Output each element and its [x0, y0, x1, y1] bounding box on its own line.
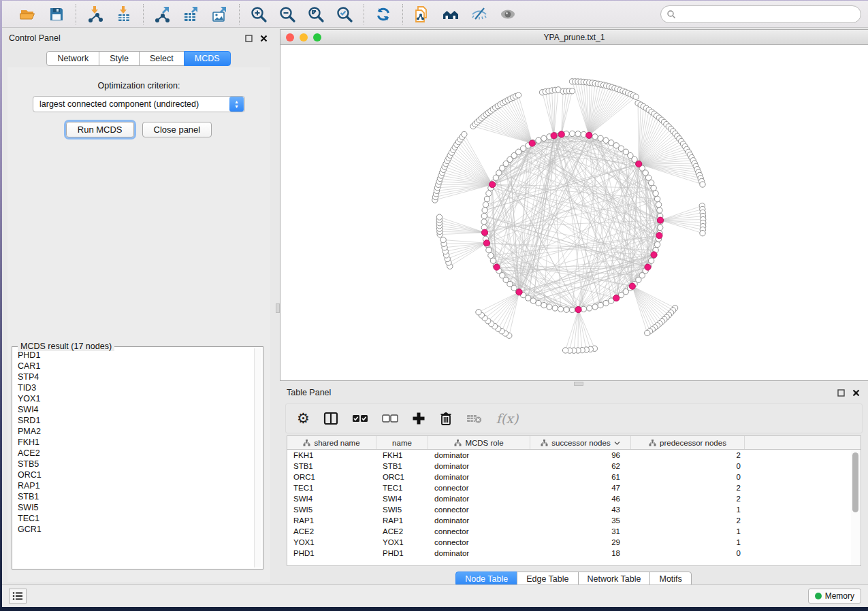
delete-column-button[interactable] [439, 408, 453, 429]
mcds-result-item[interactable]: SRD1 [14, 415, 253, 426]
mcds-result-item[interactable]: RAP1 [14, 480, 253, 491]
network-node[interactable] [575, 131, 581, 137]
column-header-name[interactable]: name [376, 436, 428, 449]
close-panel-button-bottom[interactable]: Close panel [142, 122, 212, 137]
network-node[interactable] [481, 213, 487, 218]
tab-mcds[interactable]: MCDS [184, 51, 231, 66]
network-node[interactable] [562, 348, 568, 353]
hide-selected-button[interactable] [468, 4, 490, 24]
network-node[interactable] [592, 304, 598, 310]
deselect-all-columns-button[interactable] [382, 408, 398, 429]
table-row[interactable]: TEC1TEC1connector472 [287, 482, 850, 493]
network-node[interactable] [651, 252, 657, 258]
column-view-button[interactable] [323, 408, 338, 429]
network-node[interactable] [486, 247, 492, 252]
network-node[interactable] [483, 240, 489, 246]
export-network-button[interactable] [152, 4, 174, 24]
network-node[interactable] [654, 242, 660, 247]
network-node[interactable] [536, 137, 541, 143]
mcds-result-list[interactable]: PHD1CAR1STP4TID3YOX1SWI4SRD1PMA2FKH1ACE2… [14, 350, 253, 567]
mcds-result-item[interactable]: STB5 [14, 459, 253, 469]
table-scrollbar[interactable] [851, 450, 860, 565]
network-node[interactable] [603, 300, 609, 306]
select-all-columns-button[interactable] [352, 408, 368, 429]
mcds-result-item[interactable]: YOX1 [14, 393, 253, 404]
network-node[interactable] [515, 93, 521, 98]
mcds-result-item[interactable]: GCR1 [14, 524, 253, 535]
network-node[interactable] [645, 330, 650, 335]
table-row[interactable]: RAP1RAP1dominator352 [287, 515, 850, 526]
network-node[interactable] [603, 137, 609, 143]
table-row[interactable]: FKH1FKH1dominator962 [287, 450, 850, 461]
network-node[interactable] [657, 217, 663, 223]
network-node[interactable] [645, 264, 651, 270]
horizontal-splitter-handle[interactable] [574, 382, 583, 386]
run-mcds-button[interactable]: Run MCDS [66, 122, 134, 137]
network-node[interactable] [636, 161, 642, 167]
column-header-MCDS-role[interactable]: MCDS role [428, 436, 530, 449]
network-node[interactable] [462, 131, 467, 137]
mcds-result-item[interactable]: CAR1 [14, 361, 253, 371]
tab-network[interactable]: Network [46, 51, 99, 66]
network-node[interactable] [541, 135, 547, 141]
add-column-button[interactable] [412, 408, 425, 429]
network-node[interactable] [536, 300, 541, 306]
memory-button[interactable]: Memory [808, 589, 861, 604]
mcds-result-item[interactable]: STB1 [14, 491, 253, 502]
network-node[interactable] [633, 94, 639, 99]
network-node[interactable] [648, 180, 654, 185]
optimization-criterion-select[interactable]: largest connected component (undirected)… [33, 96, 245, 112]
network-node[interactable] [558, 306, 563, 312]
open-file-button[interactable] [17, 4, 39, 24]
network-node[interactable] [569, 131, 575, 136]
network-node[interactable] [586, 132, 592, 138]
table-scrollbar-thumb[interactable] [852, 452, 858, 512]
network-node[interactable] [575, 307, 581, 313]
refresh-button[interactable] [372, 4, 394, 24]
mcds-result-item[interactable]: FKH1 [14, 437, 253, 448]
first-neighbors-button[interactable] [440, 4, 462, 24]
import-network-button[interactable] [84, 4, 106, 24]
network-node[interactable] [613, 295, 620, 301]
network-node[interactable] [569, 307, 575, 312]
network-node[interactable] [436, 214, 442, 220]
network-node[interactable] [651, 185, 656, 191]
table-row[interactable]: ORC1ORC1dominator610 [287, 472, 850, 482]
network-node[interactable] [629, 283, 635, 289]
network-node[interactable] [587, 306, 592, 311]
table-row[interactable]: STB1STB1dominator620 [287, 461, 850, 472]
network-node[interactable] [490, 258, 496, 263]
tab-select[interactable]: Select [139, 51, 184, 66]
table-row[interactable]: ACE2ACE2connector311 [287, 526, 850, 537]
network-node[interactable] [552, 306, 558, 311]
mcds-result-item[interactable]: STP4 [14, 371, 253, 382]
import-table-button[interactable] [113, 4, 135, 24]
network-node[interactable] [529, 140, 535, 146]
network-node[interactable] [440, 237, 446, 242]
network-node[interactable] [547, 304, 552, 310]
network-node[interactable] [489, 182, 496, 188]
table-settings-button[interactable]: ⚙ [297, 408, 310, 429]
network-node[interactable] [484, 196, 489, 201]
mcds-result-item[interactable]: TID3 [14, 382, 253, 393]
tab-style[interactable]: Style [99, 51, 140, 66]
network-node[interactable] [654, 196, 660, 201]
network-node[interactable] [653, 191, 658, 196]
save-button[interactable] [46, 4, 67, 24]
task-history-button[interactable] [9, 589, 27, 604]
network-node[interactable] [516, 289, 522, 295]
float-table-panel-button[interactable] [835, 387, 846, 398]
mcds-result-item[interactable]: ORC1 [14, 469, 253, 480]
network-node[interactable] [657, 208, 662, 213]
column-header-shared-name[interactable]: shared name [287, 436, 376, 449]
network-node[interactable] [482, 208, 487, 213]
mcds-list-scrollbar[interactable] [254, 348, 261, 567]
network-node[interactable] [488, 252, 494, 258]
network-canvas[interactable] [280, 45, 868, 380]
mcds-result-item[interactable]: TEC1 [14, 513, 253, 524]
zoom-out-button[interactable] [276, 4, 298, 24]
mcds-result-item[interactable]: SWI4 [14, 404, 253, 415]
float-panel-button[interactable] [243, 33, 254, 44]
network-node[interactable] [656, 202, 661, 208]
column-header-successor-nodes[interactable]: successor nodes [530, 436, 631, 449]
